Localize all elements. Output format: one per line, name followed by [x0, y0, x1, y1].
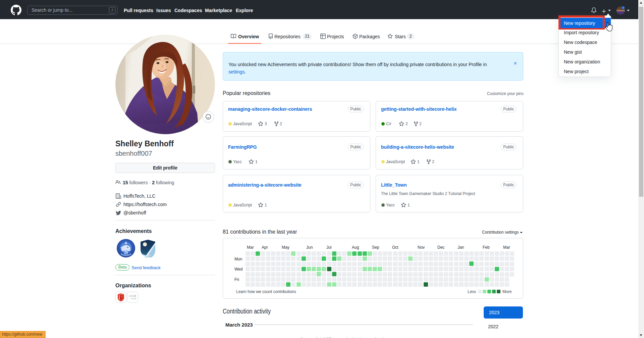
svg-text:23: 23: [124, 251, 128, 255]
svg-text:+CO: +CO: [130, 297, 136, 300]
